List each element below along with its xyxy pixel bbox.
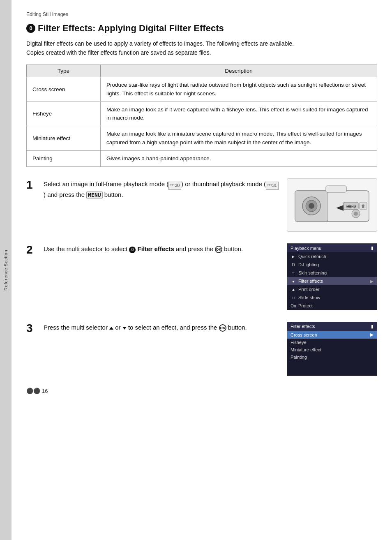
menu-item-icon: □: [291, 295, 296, 300]
menu-header: Playback menu ▮: [287, 244, 377, 252]
page-footer: ⚫⚫ 16: [26, 388, 377, 394]
table-row: FisheyeMake an image look as if it were …: [27, 102, 377, 126]
filter-item-label: Cross screen: [291, 332, 317, 337]
menu-button-label: MENU: [86, 192, 102, 198]
table-row: PaintingGives images a hand-painted appe…: [27, 150, 377, 166]
sidebar-label: Reference Section: [3, 250, 8, 291]
table-cell-type: Fisheye: [27, 102, 101, 126]
svg-point-12: [354, 212, 358, 216]
menu-title: Playback menu: [291, 246, 321, 251]
table-cell-type: Cross screen: [27, 77, 101, 102]
filter-menu-header: Filter effects ▮: [287, 322, 377, 331]
page-title: 0 Filter Effects: Applying Digital Filte…: [26, 23, 377, 34]
filter-menu-item[interactable]: Cross screen▶: [287, 331, 377, 339]
menu-item-icon: ~: [291, 270, 296, 276]
filter-item-label: Fisheye: [291, 340, 307, 345]
filter-effects-menu: Filter effects ▮ Cross screen▶FisheyeMin…: [287, 322, 377, 376]
ref-31: □□ 31: [266, 182, 279, 190]
playback-menu-item[interactable]: OnProtect: [287, 302, 377, 310]
table-row: Miniature effectMake an image look like …: [27, 126, 377, 151]
menu-item-label: Quick retouch: [298, 254, 326, 259]
step-2: 2 Use the multi selector to select 0 Fil…: [26, 243, 377, 310]
table-row: Cross screenProduce star-like rays of li…: [27, 77, 377, 102]
step-2-image: Playback menu ▮ ►Quick retouchDD-Lightin…: [287, 243, 377, 310]
playback-menu-items: ►Quick retouchDD-Lighting~Skin softening…: [287, 252, 377, 310]
playback-menu-item[interactable]: □Slide show: [287, 293, 377, 302]
filter-menu-spacer: [287, 361, 377, 376]
ref-30: □□ 30: [168, 182, 181, 190]
down-arrow-icon: [122, 327, 127, 330]
main-content: Editing Still Images 0 Filter Effects: A…: [12, 0, 392, 540]
ok-button-label-2: OK: [219, 324, 226, 332]
table-cell-type: Miniature effect: [27, 126, 101, 151]
filter-icon: 0: [129, 247, 136, 253]
step-3-image: Filter effects ▮ Cross screen▶FisheyeMin…: [287, 322, 377, 376]
menu-item-label: Filter effects: [298, 279, 323, 284]
side-tab: Reference Section: [0, 0, 12, 540]
step-1-image: MENU 🗑: [287, 178, 377, 232]
playback-menu-item[interactable]: ●Filter effects▶: [287, 277, 377, 285]
menu-item-label: Print order: [298, 287, 319, 292]
table-cell-type: Painting: [27, 150, 101, 166]
menu-item-icon: ●: [291, 278, 296, 284]
footer-icon: ⚫⚫: [26, 388, 40, 394]
menu-item-label: Protect: [298, 303, 313, 308]
playback-menu-item[interactable]: ~Skin softening: [287, 269, 377, 277]
up-arrow-icon: [109, 327, 113, 330]
title-icon: 0: [26, 24, 35, 33]
table-cell-description: Produce star-like rays of light that rad…: [101, 77, 377, 102]
ok-button-label: OK: [215, 246, 222, 253]
breadcrumb: Editing Still Images: [26, 12, 377, 17]
title-text: Filter Effects: Applying Digital Filter …: [38, 23, 224, 34]
playback-menu-item[interactable]: ►Quick retouch: [287, 252, 377, 261]
footer-page: 16: [42, 388, 48, 394]
filter-item-arrow: ▶: [370, 332, 374, 337]
col-description-header: Description: [101, 65, 377, 77]
menu-item-arrow: ▶: [370, 279, 374, 284]
table-cell-description: Make an image look like a miniature scen…: [101, 126, 377, 151]
step-2-number: 2: [26, 244, 36, 256]
step-3: 3 Press the multi selector or to select …: [26, 322, 377, 376]
filter-item-label: Painting: [291, 355, 307, 360]
svg-point-4: [309, 203, 314, 209]
playback-menu-item[interactable]: DD-Lighting: [287, 261, 377, 269]
step-3-number: 3: [26, 323, 36, 334]
table-cell-description: Gives images a hand-painted appearance.: [101, 150, 377, 166]
svg-rect-5: [326, 186, 346, 192]
filter-menu-item[interactable]: Miniature effect: [287, 346, 377, 353]
menu-item-label: Slide show: [298, 295, 320, 300]
table-cell-description: Make an image look as if it were capture…: [101, 102, 377, 126]
filter-menu-title: Filter effects: [291, 324, 315, 329]
menu-item-label: Skin softening: [298, 270, 327, 275]
filter-effects-label: Filter effects: [138, 245, 174, 252]
filter-item-label: Miniature effect: [291, 347, 321, 352]
filter-menu-items: Cross screen▶FisheyeMiniature effectPain…: [287, 331, 377, 361]
playback-menu-item[interactable]: ▲Print order: [287, 285, 377, 293]
menu-item-label: D-Lighting: [298, 262, 319, 267]
effects-table: Type Description Cross screenProduce sta…: [26, 65, 377, 167]
menu-item-icon: On: [291, 303, 296, 309]
menu-item-icon: D: [291, 262, 296, 268]
svg-text:MENU: MENU: [346, 205, 356, 208]
svg-text:🗑: 🗑: [361, 204, 365, 208]
col-type-header: Type: [27, 65, 101, 77]
filter-menu-battery: ▮: [371, 324, 374, 329]
filter-menu-item[interactable]: Fisheye: [287, 339, 377, 346]
page-wrapper: Reference Section Editing Still Images 0…: [0, 0, 392, 540]
playback-menu: Playback menu ▮ ►Quick retouchDD-Lightin…: [287, 243, 377, 310]
menu-item-icon: ▲: [291, 286, 296, 292]
camera-diagram: MENU 🗑: [287, 178, 377, 232]
step-1-content: Select an image in full-frame playback m…: [44, 178, 279, 199]
step-1: 1 Select an image in full-frame playback…: [26, 178, 377, 232]
camera-svg: MENU 🗑: [291, 182, 373, 228]
filter-menu-item[interactable]: Painting: [287, 353, 377, 361]
menu-battery-icon: ▮: [371, 245, 374, 251]
menu-item-icon: ►: [291, 254, 296, 259]
step-3-content: Press the multi selector or to select an…: [44, 322, 279, 332]
intro-text: Digital filter effects can be used to ap…: [26, 39, 306, 57]
step-2-content: Use the multi selector to select 0 Filte…: [44, 243, 279, 254]
step-1-number: 1: [26, 179, 36, 191]
